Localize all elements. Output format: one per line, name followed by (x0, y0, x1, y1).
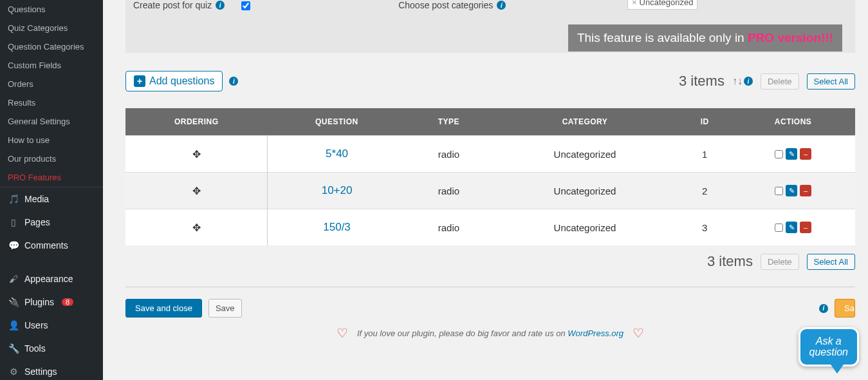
edit-icon[interactable]: ✎ (786, 185, 797, 196)
delete-icon[interactable]: – (800, 185, 811, 196)
col-question: QUESTION (268, 108, 407, 136)
info-icon[interactable]: i (229, 77, 238, 86)
items-count: 3 items (679, 73, 725, 90)
sort-toggle[interactable]: ↑↓i (732, 75, 753, 87)
category-cell: Uncategorized (492, 173, 678, 209)
brush-icon: 🖌 (8, 273, 19, 285)
type-cell: radio (406, 209, 492, 246)
sidebar-sub-our-products[interactable]: Our products (0, 149, 103, 168)
save-row: Save and close Save i Sa (125, 296, 855, 320)
col-actions: ACTIONS (731, 108, 855, 136)
delete-button-bottom[interactable]: Delete (761, 254, 799, 270)
wordpress-link[interactable]: WordPress.org (568, 328, 623, 338)
info-icon[interactable]: i (819, 304, 828, 313)
sidebar-main-menu: 🎵Media ▯Pages 💬Comments 🖌Appearance 🔌Plu… (0, 187, 103, 380)
edit-icon[interactable]: ✎ (786, 148, 797, 160)
delete-icon[interactable]: – (800, 148, 811, 160)
select-all-button-bottom[interactable]: Select All (807, 254, 855, 270)
pro-banner: This feature is available only in PRO ve… (568, 24, 842, 52)
category-cell: Uncategorized (492, 209, 678, 246)
type-cell: radio (406, 136, 492, 173)
sidebar-sub-how-to-use[interactable]: How to use (0, 131, 103, 149)
admin-sidebar: Questions Quiz Categories Question Categ… (0, 0, 103, 380)
sidebar-item-settings[interactable]: ⚙Settings (0, 360, 103, 380)
sidebar-item-label: Users (24, 320, 48, 330)
sidebar-item-users[interactable]: 👤Users (0, 314, 103, 337)
save-button-2[interactable]: Sa (835, 299, 855, 318)
questions-toolbar: +Add questions i 3 items ↑↓i Delete Sele… (125, 66, 855, 97)
sidebar-sub-quiz-categories[interactable]: Quiz Categories (0, 19, 103, 37)
info-icon: i (744, 77, 753, 86)
sidebar-sub-custom-fields[interactable]: Custom Fields (0, 56, 103, 75)
col-ordering: ORDERING (125, 108, 268, 136)
sidebar-item-appearance[interactable]: 🖌Appearance (0, 267, 103, 290)
sidebar-item-label: Tools (24, 343, 46, 354)
drag-handle-icon[interactable]: ✥ (192, 185, 201, 196)
add-questions-button[interactable]: +Add questions (125, 71, 223, 91)
info-icon[interactable]: i (216, 1, 225, 10)
type-cell: radio (406, 173, 492, 209)
select-all-button[interactable]: Select All (807, 73, 855, 90)
page-icon: ▯ (8, 216, 19, 228)
question-link[interactable]: 10+20 (322, 184, 353, 196)
sidebar-item-label: Settings (24, 366, 57, 377)
wrench-icon: 🔧 (8, 343, 19, 354)
ask-question-bubble[interactable]: Ask aquestion (799, 327, 860, 374)
question-link[interactable]: 5*40 (326, 147, 348, 160)
comment-icon: 💬 (8, 240, 19, 251)
bottom-bar: 3 items Delete Select All (125, 245, 855, 278)
plus-icon: + (134, 75, 145, 87)
table-row: ✥10+20radioUncategorized2✎– (125, 173, 855, 209)
delete-icon[interactable]: – (800, 222, 811, 233)
heart-icon: ♡ (337, 325, 348, 341)
sidebar-item-plugins[interactable]: 🔌Plugins8 (0, 290, 103, 314)
sidebar-item-label: Media (24, 194, 49, 204)
plugin-badge: 8 (62, 298, 73, 306)
category-tag[interactable]: ×Uncategorized (627, 0, 697, 10)
choose-categories-label: Choose post categoriesi (398, 0, 506, 10)
heart-icon: ♡ (633, 325, 644, 341)
table-row: ✥5*40radioUncategorized1✎– (125, 136, 855, 173)
items-count-bottom: 3 items (707, 253, 753, 270)
sidebar-sub-orders[interactable]: Orders (0, 75, 103, 93)
sidebar-sub-results[interactable]: Results (0, 93, 103, 112)
id-cell: 2 (678, 173, 731, 209)
category-cell: Uncategorized (492, 136, 678, 173)
create-post-checkbox[interactable] (241, 1, 250, 10)
gear-icon: ⚙ (8, 366, 19, 377)
footer-love: ♡ If you love our plugin, please do big … (125, 320, 855, 346)
sidebar-item-pages[interactable]: ▯Pages (0, 211, 103, 234)
row-checkbox[interactable] (775, 187, 783, 195)
sidebar-item-media[interactable]: 🎵Media (0, 187, 103, 211)
table-row: ✥150/3radioUncategorized3✎– (125, 209, 855, 246)
sidebar-sub-general-settings[interactable]: General Settings (0, 112, 103, 131)
create-post-label: Create post for quizi (133, 0, 225, 10)
sidebar-sub-pro-features[interactable]: PRO Features (0, 168, 103, 187)
edit-icon[interactable]: ✎ (786, 222, 797, 233)
col-type: TYPE (406, 108, 492, 136)
top-settings-panel: Create post for quizi Choose post catego… (125, 0, 855, 53)
questions-table: ORDERING QUESTION TYPE CATEGORY ID ACTIO… (125, 108, 855, 245)
sidebar-item-tools[interactable]: 🔧Tools (0, 337, 103, 360)
media-icon: 🎵 (8, 193, 19, 205)
sidebar-item-label: Plugins (24, 297, 54, 307)
delete-button[interactable]: Delete (761, 73, 799, 90)
row-checkbox[interactable] (775, 223, 783, 232)
questions-table-wrap: ORDERING QUESTION TYPE CATEGORY ID ACTIO… (125, 108, 855, 245)
sidebar-sub-question-categories[interactable]: Question Categories (0, 37, 103, 56)
save-button[interactable]: Save (208, 299, 242, 318)
close-icon[interactable]: × (632, 0, 637, 7)
sidebar-sub-questions[interactable]: Questions (0, 0, 103, 19)
sidebar-item-comments[interactable]: 💬Comments (0, 234, 103, 257)
drag-handle-icon[interactable]: ✥ (192, 149, 201, 160)
info-icon[interactable]: i (497, 1, 506, 10)
question-link[interactable]: 150/3 (323, 221, 351, 233)
save-close-button[interactable]: Save and close (125, 299, 202, 318)
col-category: CATEGORY (492, 108, 678, 136)
plug-icon: 🔌 (8, 296, 19, 308)
row-checkbox[interactable] (775, 150, 783, 158)
sidebar-item-label: Pages (24, 217, 50, 227)
main-content: Create post for quizi Choose post catego… (103, 0, 868, 380)
user-icon: 👤 (8, 319, 19, 331)
drag-handle-icon[interactable]: ✥ (192, 222, 201, 233)
